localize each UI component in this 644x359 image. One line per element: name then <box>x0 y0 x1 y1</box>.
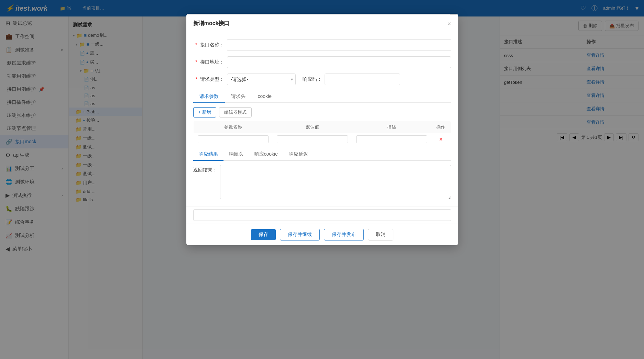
param-desc-cell <box>352 133 432 146</box>
tab-response-cookie[interactable]: 响应cookie <box>249 148 283 161</box>
params-toolbar: + 新增 编辑器模式 <box>193 107 451 117</box>
return-result-textarea[interactable] <box>220 165 451 199</box>
interface-name-label: * 接口名称： <box>193 42 224 48</box>
param-col-op: 操作 <box>431 121 451 133</box>
request-type-select[interactable]: -请选择- GET POST PUT DELETE <box>227 74 296 85</box>
form-row-type: * 请求类型： -请选择- GET POST PUT DELETE ▾ 响应码： <box>193 74 451 85</box>
required-star-addr: * <box>195 59 197 65</box>
tab-request-cookie[interactable]: cookie <box>252 91 278 103</box>
save-publish-button[interactable]: 保存并发布 <box>324 229 364 240</box>
modal-bottom-input <box>186 206 458 224</box>
delete-param-button[interactable]: × <box>439 136 443 142</box>
bottom-input[interactable] <box>193 209 451 221</box>
param-col-default: 默认值 <box>273 121 352 133</box>
param-op-cell: × <box>431 133 451 146</box>
save-button[interactable]: 保存 <box>251 229 276 240</box>
save-continue-button[interactable]: 保存并继续 <box>280 229 320 240</box>
request-type-label: * 请求类型： <box>193 76 224 82</box>
editor-mode-button[interactable]: 编辑器模式 <box>219 107 252 117</box>
return-result-label: 返回结果： <box>193 165 217 173</box>
param-default-cell <box>273 133 352 146</box>
request-type-select-wrap: -请选择- GET POST PUT DELETE ▾ <box>227 74 296 85</box>
param-name-input[interactable] <box>198 135 269 143</box>
interface-name-input[interactable] <box>227 39 451 51</box>
response-code-input[interactable] <box>325 74 400 85</box>
tab-response-delay[interactable]: 响应延迟 <box>283 148 314 161</box>
form-row-name: * 接口名称： <box>193 39 451 51</box>
interface-addr-label: * 接口地址： <box>193 59 224 65</box>
modal: 新增mock接口 × * 接口名称： * 接口地址： <box>186 14 458 245</box>
response-tabs: 响应结果 响应头 响应cookie 响应延迟 <box>193 148 451 161</box>
tab-response-result[interactable]: 响应结果 <box>193 148 223 161</box>
params-table-header: 参数名称 默认值 描述 操作 <box>193 121 451 133</box>
tab-response-header[interactable]: 响应头 <box>223 148 249 161</box>
tab-request-params[interactable]: 请求参数 <box>193 91 225 103</box>
return-result-row: 返回结果： <box>193 165 451 199</box>
param-default-input[interactable] <box>277 135 348 143</box>
param-name-cell <box>193 133 273 146</box>
param-col-desc: 描述 <box>352 121 432 133</box>
request-tabs: 请求参数 请求头 cookie <box>193 91 451 103</box>
params-table-row: × <box>193 133 451 146</box>
params-table: 参数名称 默认值 描述 操作 <box>193 121 451 146</box>
modal-title: 新增mock接口 <box>193 20 230 27</box>
modal-header: 新增mock接口 × <box>186 15 458 32</box>
add-param-button[interactable]: + 新增 <box>193 107 216 117</box>
response-section: 响应结果 响应头 响应cookie 响应延迟 返回结果： <box>193 148 451 199</box>
required-star-name: * <box>195 42 197 47</box>
modal-footer: 保存 保存并继续 保存并发布 取消 <box>186 224 458 245</box>
interface-addr-input[interactable] <box>227 56 451 68</box>
response-code-label: 响应码： <box>303 76 322 82</box>
modal-close-button[interactable]: × <box>447 21 451 27</box>
form-row-addr: * 接口地址： <box>193 56 451 68</box>
param-col-name: 参数名称 <box>193 121 273 133</box>
modal-overlay: 新增mock接口 × * 接口名称： * 接口地址： <box>0 0 644 359</box>
cancel-button[interactable]: 取消 <box>368 229 393 240</box>
param-desc-input[interactable] <box>356 135 427 143</box>
tab-request-header[interactable]: 请求头 <box>225 91 252 103</box>
required-star-type: * <box>195 76 197 82</box>
modal-body: * 接口名称： * 接口地址： * 请求类型： <box>186 32 458 206</box>
